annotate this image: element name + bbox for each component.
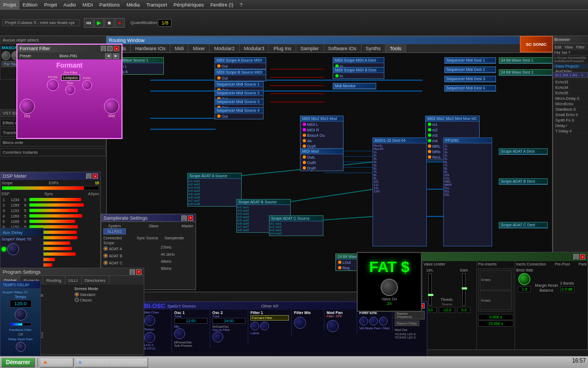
menu-projet2[interactable]: Projet <box>41 0 60 9</box>
aux-delay-knob[interactable] <box>7 243 19 255</box>
filter-env-knob-2[interactable] <box>369 317 378 325</box>
node-seq-dest-3[interactable]: Sequencer Midi Dest 3 <box>444 76 496 82</box>
browser-list-item[interactable]: Small Echo II <box>553 112 588 118</box>
tempo-knob[interactable] <box>15 309 27 321</box>
brick-wall-knob[interactable] <box>518 273 530 285</box>
menu-projet[interactable]: Projet <box>0 0 20 9</box>
node-wave-dest-1[interactable]: 24 Bit Wave Dest 1 <box>499 57 552 64</box>
filter1-knob-2[interactable] <box>260 322 269 330</box>
adat-b-radio[interactable] <box>103 254 108 258</box>
rewind-btn[interactable]: ⏮ <box>84 18 94 28</box>
browser-list-item[interactable]: Echo35 <box>553 91 588 96</box>
formant-maximize-btn[interactable]: □ <box>107 46 113 51</box>
mod-pan-knob[interactable] <box>327 320 339 332</box>
menu-fenetre[interactable]: Fenêtre (!) <box>207 0 236 9</box>
browser-list-item[interactable]: Delay I <box>553 123 588 129</box>
node-seq-dest-4[interactable]: Sequencer Midi Dest 4 <box>444 85 496 92</box>
delay-gain-knob[interactable] <box>16 342 26 352</box>
menu-partitions[interactable]: Partitions <box>96 0 124 9</box>
menu-edition[interactable]: Edition <box>20 0 41 9</box>
dsp-close-btn[interactable]: × <box>93 173 98 179</box>
standard-radio[interactable] <box>75 292 79 297</box>
node-scope-adat-c-src[interactable]: Scope ADAT C Source in1 out1 in2 out2 in… <box>269 215 323 236</box>
browser-list-item[interactable]: T Delay 4 <box>553 129 588 134</box>
browser-tab-edit[interactable]: Edit <box>553 44 563 50</box>
pre-insert-slot-2[interactable]: Empty <box>480 291 512 311</box>
filter-env-knob-1[interactable] <box>359 317 368 325</box>
quantification-value[interactable]: 1/8 <box>158 19 171 27</box>
menu-media[interactable]: Média <box>123 0 143 9</box>
classic-radio[interactable] <box>75 298 79 302</box>
tab-modular3[interactable]: Modular3 <box>240 44 270 52</box>
start-button[interactable]: Démarrer <box>1 358 35 367</box>
ps-minimize-btn[interactable]: _ <box>130 269 135 275</box>
node-midi-mod[interactable]: MIDI Mod OutL OutR DryR <box>300 148 344 171</box>
menu-help[interactable]: ? <box>236 0 246 9</box>
filter1-knob-1[interactable] <box>250 322 259 330</box>
prog-tab-directories[interactable]: Directories <box>82 276 109 285</box>
osc1-mix-knob[interactable] <box>174 328 185 339</box>
osc2-filter-knob[interactable] <box>212 331 223 342</box>
formant-minimize-btn[interactable]: _ <box>101 46 106 51</box>
filter-env-knob-3[interactable] <box>379 317 388 325</box>
adat-c-radio[interactable] <box>103 261 108 265</box>
node-midi-mix-1[interactable]: MIDI Mix2 Mix3 Mod MIDI L MIDI R Biosc4 … <box>300 116 344 149</box>
browser-list-item[interactable]: Synth Fx-S <box>553 118 588 123</box>
limfat-close-btn[interactable]: × <box>580 254 585 260</box>
menu-audio[interactable]: Audio <box>60 0 79 9</box>
tab-midi[interactable]: Midi <box>170 44 189 52</box>
node-midi-scope-b-src[interactable]: MIDI Scope B Source MIDI Out <box>215 69 266 81</box>
tab-synths[interactable]: Synths <box>362 44 386 52</box>
valve-knob[interactable] <box>381 279 398 296</box>
dry-knob[interactable] <box>20 99 35 114</box>
preset-prev-btn[interactable]: ◄ <box>105 53 112 59</box>
lfo2-knob-bioso[interactable] <box>144 332 155 343</box>
wet-knob[interactable] <box>104 99 119 114</box>
menu-midi[interactable]: MIDI <box>79 0 96 9</box>
formant-close-btn[interactable]: × <box>114 46 119 51</box>
node-scope-adat-b-dest[interactable]: Scope ADAT B Dest <box>499 178 548 185</box>
tab-software-ios[interactable]: Software IOs <box>324 44 362 52</box>
preset-next-btn[interactable]: ► <box>113 53 119 59</box>
node-scope-adat-a-dest[interactable]: Scope ADAT A Dest <box>499 148 548 155</box>
menu-transport[interactable]: Transport <box>143 0 170 9</box>
menu-peripheriques[interactable]: Périphériques <box>170 0 207 9</box>
tab-mixer[interactable]: Mixer <box>188 44 210 52</box>
taskbar-scope[interactable]: ◆ SC SCOPE Fusion Platform <box>75 358 148 367</box>
new-project-item[interactable]: <New Project> <box>553 64 588 69</box>
node-midi-monitor[interactable]: Midi Monitor <box>333 83 376 89</box>
browser-list-item[interactable]: SlawBack-S <box>553 107 588 112</box>
browser-out-tab[interactable]: Sc1 Set 1 Al1 - 1 <box>553 72 588 78</box>
sr-minimize-btn[interactable]: _ <box>181 215 187 221</box>
system-btn[interactable]: SLLRG2 <box>103 228 126 234</box>
pre-insert-slot-1[interactable]: Empty <box>480 270 512 290</box>
node-fp106c[interactable]: FP106C 1L 2L 3L 4L 5L 6L 7L 8L 9L 10L 11… <box>443 137 492 246</box>
dsp-minimize-btn[interactable]: _ <box>86 173 91 179</box>
browser-list-item[interactable]: Micro-Delay-S <box>553 96 588 101</box>
browser-tab-filter[interactable]: Filter <box>574 44 586 50</box>
limfat-minimize-btn[interactable]: _ <box>573 254 579 260</box>
browser-list-item[interactable]: MicroEcho <box>553 101 588 107</box>
play-btn[interactable]: ▶ <box>94 18 104 28</box>
inf-req-knob[interactable] <box>47 79 59 91</box>
form-knob[interactable] <box>82 80 92 90</box>
adat-a-radio[interactable] <box>103 246 108 251</box>
node-seq-4[interactable]: Sequencer Midi Source 4 Out <box>215 107 264 119</box>
node-midi-b-dest[interactable]: MIDI Scope MIDI B Dest In <box>333 67 384 79</box>
node-seq-dest-1[interactable]: Sequencer Midi Dest 1 <box>444 57 496 64</box>
res-knob[interactable] <box>65 85 75 95</box>
browser-list-item[interactable]: Echo34 <box>553 85 588 91</box>
stop-btn[interactable]: ■ <box>105 18 114 28</box>
node-seq-dest-2[interactable]: Sequencer Midi Dest 2 <box>444 67 496 73</box>
tab-tools[interactable]: Tools <box>385 44 406 52</box>
tab-modular2[interactable]: Modular2 <box>210 44 240 52</box>
prog-tab-ulli[interactable]: ULLI <box>65 276 82 285</box>
taskbar-cubase[interactable]: ◆ Cubase 5 <box>40 358 74 367</box>
filter-mix-knob[interactable] <box>294 317 306 329</box>
record-btn[interactable]: ● <box>115 18 125 28</box>
node-scope-adat-a-src[interactable]: Scope ADAT A Source in1 out1 in2 out2 in… <box>187 173 242 207</box>
prog-tab-routing[interactable]: Routing <box>43 276 65 285</box>
pre-filter-control[interactable]: Lowpass <box>61 75 81 81</box>
node-midi-scope-a-src[interactable]: MIDI Scope A Source MIDI Out <box>215 57 266 69</box>
browser-tab-view[interactable]: View <box>563 44 574 50</box>
